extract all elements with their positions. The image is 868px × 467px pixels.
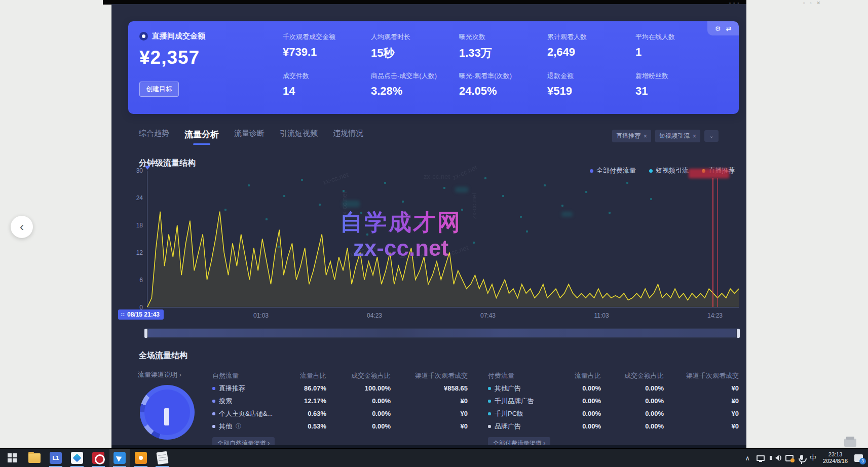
tab-引流短视频[interactable]: 引流短视频 [280,129,318,145]
scatter-point [626,182,628,184]
taskbar-meeting-app[interactable] [67,449,87,467]
scatter-point [343,190,345,192]
stat-value: 3.28% [371,85,459,98]
tab-综合趋势[interactable]: 综合趋势 [139,129,169,145]
scatter-point [224,209,227,211]
paid-traffic-table: 付费流量流量占比成交金额占比渠道千次观看成交其他广告0.00%0.00%¥0千川… [488,370,752,450]
remove-tag-icon[interactable]: × [644,133,647,140]
time-range-slider[interactable] [144,328,740,338]
back-button[interactable]: ‹ [11,216,33,238]
filter-tag[interactable]: 短视频引流× [655,130,700,142]
gpm-value: ¥0 [391,410,468,417]
table-row: 千川品牌广告0.00%0.00%¥0 [488,395,752,407]
taskbar-file-explorer[interactable] [24,449,45,467]
column-header: 自然流量 [212,371,288,380]
channel-dot [488,425,491,428]
channel-name: 直播推荐 [212,384,288,393]
taskbar-browser-app[interactable] [88,449,108,467]
remove-tag-icon[interactable]: × [693,133,696,140]
scatter-point [561,205,563,207]
channel-dot [212,412,215,415]
primary-metric: 直播间成交金额 ¥2,357 创建目标 [139,31,271,97]
stat-value: 1.33万 [459,46,547,61]
notification-center-icon[interactable]: 3 [854,454,863,462]
scatter-point [384,182,386,184]
filter-dropdown[interactable]: ⌄ [704,130,719,142]
slider-selected-range[interactable] [148,329,736,337]
x-tick-label: 07:43 [480,312,496,319]
taskbar-clock[interactable]: 23:13 2024/8/16 [823,451,848,464]
minute-traffic-chart[interactable]: 自学成才网 zx-cc.net zx-cc.netzx-cc.netzx-cc.… [147,171,739,307]
start-button[interactable] [2,449,22,467]
tray-expand-chevron-icon[interactable]: ∧ [745,454,750,462]
scatter-point [502,195,504,197]
filter-tags: 直播推荐×短视频引流×⌄ [612,130,719,142]
traffic-share: 0.00% [564,397,601,405]
info-icon[interactable]: ⓘ [236,422,241,430]
swap-icon[interactable]: ⇄ [726,25,731,32]
gmv-share: 0.00% [601,422,664,430]
tab-流量分析[interactable]: 流量分析 [184,129,219,145]
channel-dot [212,425,215,428]
scatter-point [544,184,546,186]
channel-label: 个人主页&店铺&... [219,409,273,418]
stat-label: 平均在线人数 [635,32,724,42]
y-tick-label: 6 [121,277,143,284]
scatter-point [420,222,422,224]
slider-right-handle[interactable] [737,329,740,338]
x-tick-label: 11:03 [594,312,609,319]
filter-tag[interactable]: 直播推荐× [612,130,651,142]
microphone-icon[interactable] [800,456,803,460]
traffic-share: 0.53% [288,422,326,430]
outer-window-controls[interactable]: ▫▫✕ [803,1,825,6]
scatter-point [650,198,652,200]
meeting-app-icon [71,452,83,464]
clock-date: 2024/8/16 [823,458,848,464]
stream-end-marker-line [712,178,713,307]
scatter-point [520,216,522,218]
channel-label: 千川PC版 [495,409,523,418]
stat-cell: 新增粉丝数31 [635,71,724,106]
traffic-donut-chart[interactable] [140,385,195,440]
donut-center-mark [164,408,169,425]
channel-help-link[interactable]: 流量渠道说明 › [138,370,181,379]
volume-icon[interactable] [771,455,779,460]
drag-grip-icon: ∷ [121,312,125,318]
taskbar-orange-app[interactable] [131,449,151,467]
app-notification-icon[interactable] [785,455,794,461]
create-goal-button[interactable]: 创建目标 [139,82,179,97]
gmv-share: 0.00% [326,410,391,417]
ime-indicator[interactable]: 中 [810,453,816,462]
video-artifact [455,187,468,192]
tab-违规情况[interactable]: 违规情况 [333,129,363,145]
scatter-point [266,218,268,220]
stat-cell: 人均观看时长15秒 [371,32,459,67]
channel-label: 搜索 [219,397,232,406]
tab-流量诊断[interactable]: 流量诊断 [234,129,265,145]
taskbar-active-app[interactable] [109,449,130,467]
taskbar-l1-app[interactable]: L1 [46,449,66,467]
channel-name: 个人主页&店铺&... [212,409,288,418]
gmv-share: 0.00% [601,410,664,417]
x-tick-label: 04:23 [367,312,382,319]
column-header: 渠道千次观看成交 [391,371,468,380]
scatter-point [526,230,528,232]
slider-left-handle[interactable] [144,329,147,338]
y-tick-label: 12 [121,249,143,256]
clock-time: 23:13 [823,451,848,458]
filter-tag-label: 直播推荐 [616,132,640,140]
traffic-share: 0.00% [564,384,601,392]
stat-cell: 退款金额¥519 [547,71,635,106]
column-header: 流量占比 [288,371,326,380]
network-icon[interactable] [757,455,765,461]
chart-y-axis: 3024181260 [121,171,143,318]
gmv-share: 0.00% [601,397,664,405]
taskbar-notepad-app[interactable] [152,449,172,467]
stat-value: 1 [635,46,724,59]
gear-icon[interactable]: ⚙ [715,25,721,32]
notepad-icon [156,451,168,465]
traffic-share: 0.63% [288,410,326,417]
stat-label: 曝光次数 [459,32,547,42]
y-tick-label: 30 [121,167,143,174]
time-range-start-badge[interactable]: ∷ 08/15 21:43 [118,309,164,320]
